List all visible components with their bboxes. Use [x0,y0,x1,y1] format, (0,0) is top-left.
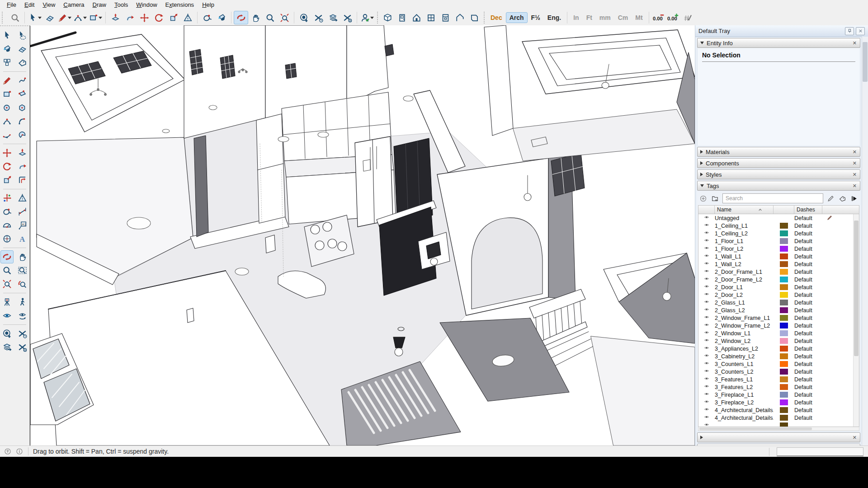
menu-draw[interactable]: Draw [89,0,110,10]
tag-name[interactable]: 2_Door_L2 [715,292,774,298]
shapes-button[interactable] [88,11,103,24]
tag-dashes[interactable]: Default [794,215,822,221]
3d-warehouse-tool[interactable] [0,327,14,340]
tag-visibility-toggle[interactable] [698,377,715,382]
tag-visibility-toggle[interactable] [698,216,715,221]
menu-tools[interactable]: Tools [110,0,132,10]
tag-visibility-toggle[interactable] [698,385,715,389]
tag-color-swatch[interactable] [774,261,794,267]
orbit-button[interactable] [234,11,248,24]
look-around-tool[interactable] [0,309,14,322]
push-pull-tool[interactable] [16,146,29,160]
turn-tool[interactable] [16,309,29,322]
arc-tool[interactable] [0,115,14,128]
tag-name[interactable]: 2_Door_Frame_L2 [715,277,774,283]
geolocation-icon[interactable] [4,447,12,455]
share-model-button[interactable] [326,11,340,24]
tape-measure-tool[interactable] [0,205,14,218]
add-tag-folder-button[interactable] [711,194,719,203]
tag-color-swatch[interactable] [774,223,794,229]
tag-name[interactable]: 1_Floor_L2 [715,246,774,252]
tag-name[interactable]: 2_Glass_L1 [715,300,774,306]
tag-dashes[interactable]: Default [794,269,822,275]
tag-dashes[interactable]: Default [794,307,822,314]
tag-dashes[interactable]: Default [794,277,822,283]
tray-scrollbar[interactable] [862,37,868,446]
protractor-tool[interactable] [0,219,14,232]
tag-visibility-toggle[interactable] [698,231,715,236]
tray-pin-button[interactable] [845,27,854,35]
menu-window[interactable]: Window [132,0,161,10]
format-decimal-button[interactable]: Dec [487,12,506,23]
tag-name[interactable]: 1_Wall_L2 [715,261,774,267]
tag-dashes[interactable]: Default [794,284,822,291]
tag-color-swatch[interactable] [774,399,794,405]
tag-row[interactable]: 2_Window_Frame_L1Default [698,314,859,322]
axes-tool[interactable] [0,192,14,205]
tag-name[interactable]: 3_Fireplace_L2 [715,399,774,406]
section-close-icon[interactable]: ✕ [852,183,857,188]
tag-name[interactable]: 3_Features_L2 [715,384,774,390]
unit-feet-button[interactable]: Ft [583,12,596,23]
search-button[interactable] [8,11,22,24]
section-materials[interactable]: Materials ✕ [697,147,860,157]
line-button[interactable] [57,11,72,24]
dimension-tool[interactable] [16,205,29,218]
tag-color-swatch[interactable] [774,246,794,252]
tag-visibility-toggle[interactable] [698,254,715,259]
tag-dashes[interactable]: Default [794,315,822,321]
tag-visibility-toggle[interactable] [698,323,715,328]
follow-me-tool[interactable] [16,160,29,173]
tag-color-swatch[interactable] [774,230,794,236]
zoom-extents-button[interactable] [277,11,292,24]
zoom-window-tool[interactable] [16,264,29,277]
dropdown-caret-icon[interactable] [370,17,374,19]
eraser-button[interactable] [42,11,57,24]
tag-visibility-toggle[interactable] [698,331,715,336]
select-tool[interactable] [0,29,14,42]
window-tool-button[interactable] [424,11,438,24]
tag-row[interactable]: 3_Features_L1Default [698,375,859,383]
add-tag-button[interactable] [699,194,708,203]
tag-name[interactable]: 2_Window_L2 [715,338,774,344]
tag-name[interactable]: 4_Architectural_Details... [715,407,774,413]
zoom-tool[interactable] [0,264,14,277]
tag-name[interactable]: 3_Appliances_L2 [715,346,774,352]
rotate-tool[interactable] [0,160,14,173]
two-point-arc-tool[interactable] [16,115,29,128]
slab-tool-button[interactable] [467,11,481,24]
zoom-previous-tool[interactable] [16,277,29,291]
polygon-tool[interactable] [16,101,29,114]
rotated-rectangle-tool[interactable] [16,88,29,101]
column-dashes[interactable]: Dashes [794,206,822,214]
tag-visibility-toggle[interactable] [698,300,715,305]
units-toggle-button[interactable] [680,11,695,24]
push-pull-button[interactable] [108,11,123,24]
measurements-box[interactable] [777,447,863,456]
tag-visibility-toggle[interactable] [698,277,715,282]
column-name[interactable]: Name [715,206,774,214]
tag-dashes[interactable]: Default [794,223,822,229]
3d-warehouse-button[interactable] [297,11,311,24]
tag-visibility-toggle[interactable] [698,415,715,420]
position-camera-tool[interactable] [0,296,14,309]
tag-dashes[interactable]: Default [794,338,822,344]
section-tags[interactable]: Tags ✕ [697,181,860,191]
tag-visibility-toggle[interactable] [698,239,715,244]
format-fractional-button[interactable]: F½ [528,12,544,23]
tag-visibility-toggle[interactable] [698,338,715,343]
tag-visibility-toggle[interactable] [698,361,715,366]
walk-tool[interactable] [16,296,29,309]
color-by-tag-icon[interactable] [838,194,847,203]
house-tool-button[interactable] [409,11,424,24]
section-shadows[interactable]: ✕ [697,432,860,442]
tag-dashes[interactable]: Default [794,323,822,329]
tag-visibility-toggle[interactable] [698,246,715,251]
menu-file[interactable]: File [3,0,20,10]
zoom-button[interactable] [263,11,277,24]
tag-visibility-toggle[interactable] [698,369,715,374]
door-tool-button[interactable] [395,11,409,24]
3d-text-tool[interactable]: A [16,232,29,245]
compass-tool[interactable] [0,232,14,245]
tag-dashes[interactable]: Default [794,230,822,237]
